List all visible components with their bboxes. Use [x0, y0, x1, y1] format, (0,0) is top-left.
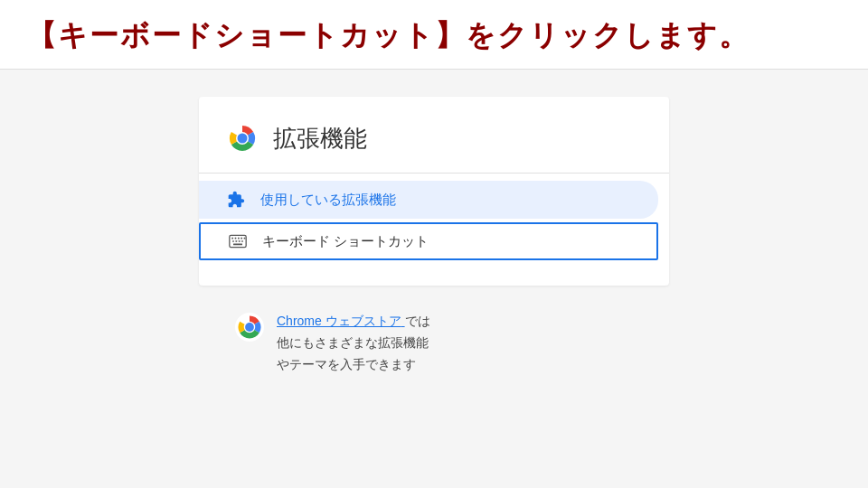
chrome-logo-icon: [226, 122, 259, 155]
svg-rect-10: [236, 240, 238, 242]
svg-rect-11: [239, 240, 241, 242]
svg-rect-8: [244, 238, 246, 239]
svg-rect-13: [233, 244, 242, 246]
svg-rect-5: [235, 238, 237, 239]
webstore-chrome-icon: [235, 313, 264, 342]
webstore-description: Chrome ウェブストア では 他にもさまざまな拡張機能 やテーマを入手できま…: [277, 311, 430, 375]
svg-rect-9: [232, 240, 234, 242]
keyboard-shortcuts-label: キーボード ショートカット: [262, 233, 429, 250]
webstore-link[interactable]: Chrome ウェブストア: [277, 314, 405, 328]
svg-rect-3: [230, 235, 246, 247]
webstore-section: Chrome ウェブストア では 他にもさまざまな拡張機能 やテーマを入手できま…: [199, 311, 669, 375]
keyboard-icon: [228, 231, 248, 251]
header-banner: 【キーボードショートカット】をクリックします。: [0, 0, 868, 70]
panel-title: 拡張機能: [273, 123, 367, 155]
svg-point-2: [238, 134, 248, 144]
menu-list: 使用している拡張機能: [199, 181, 669, 260]
svg-rect-12: [241, 240, 243, 242]
instruction-heading: 【キーボードショートカット】をクリックします。: [27, 16, 841, 56]
panel-title-row: 拡張機能: [199, 122, 669, 174]
svg-point-16: [245, 323, 254, 332]
svg-rect-6: [238, 238, 240, 239]
extensions-menu-item[interactable]: 使用している拡張機能: [199, 181, 658, 219]
extensions-panel: 拡張機能 使用している拡張機能: [199, 97, 669, 286]
svg-rect-4: [231, 238, 233, 239]
keyboard-shortcuts-menu-item[interactable]: キーボード ショートカット: [199, 222, 658, 260]
svg-rect-7: [241, 238, 242, 239]
main-content: 拡張機能 使用している拡張機能: [0, 70, 868, 375]
extensions-icon: [226, 190, 246, 210]
extensions-label: 使用している拡張機能: [260, 192, 396, 209]
